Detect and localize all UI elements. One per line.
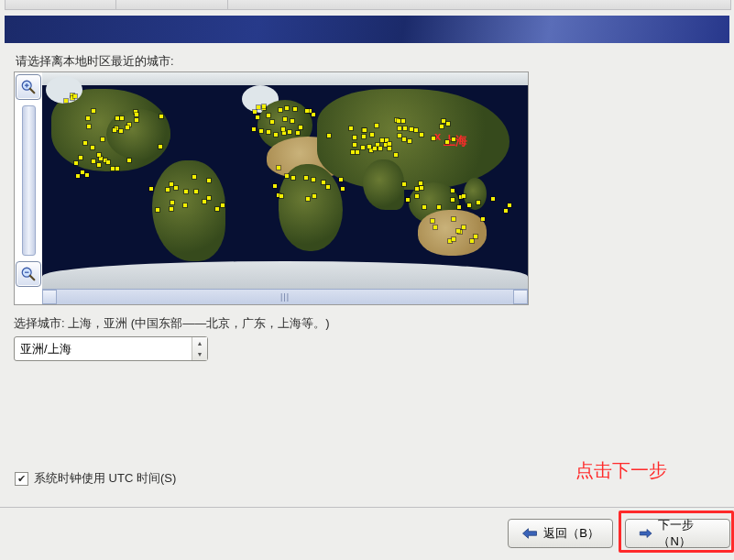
city-dot[interactable]: [119, 129, 123, 133]
city-dot[interactable]: [279, 194, 283, 198]
city-dot[interactable]: [491, 197, 495, 201]
city-dot[interactable]: [99, 157, 103, 160]
city-dot[interactable]: [81, 170, 84, 174]
next-button[interactable]: 下一步（N）: [625, 519, 730, 548]
city-dot[interactable]: [367, 145, 371, 148]
city-dot[interactable]: [288, 130, 291, 134]
city-dot[interactable]: [322, 181, 325, 184]
city-dot[interactable]: [362, 135, 366, 138]
city-dot[interactable]: [92, 159, 95, 163]
city-dot[interactable]: [403, 126, 407, 130]
utc-checkbox[interactable]: ✔: [15, 472, 28, 486]
city-dot[interactable]: [87, 125, 91, 128]
city-dot[interactable]: [431, 219, 434, 223]
city-dot[interactable]: [432, 137, 435, 140]
city-dot[interactable]: [83, 141, 87, 145]
city-dot[interactable]: [285, 174, 289, 178]
city-dot[interactable]: [422, 205, 426, 209]
city-dot[interactable]: [274, 133, 278, 137]
city-dot[interactable]: [85, 173, 89, 177]
city-dot[interactable]: [462, 194, 466, 198]
city-dot[interactable]: [312, 194, 316, 198]
city-dot[interactable]: [306, 197, 310, 201]
timezone-select-spinner[interactable]: ▲ ▼: [192, 337, 207, 360]
city-dot[interactable]: [273, 184, 277, 188]
back-button[interactable]: 返回（B）: [508, 519, 613, 548]
city-dot[interactable]: [97, 153, 101, 157]
city-dot[interactable]: [401, 119, 405, 123]
city-dot[interactable]: [446, 122, 450, 126]
city-dot[interactable]: [281, 127, 285, 131]
city-dot[interactable]: [126, 126, 129, 129]
city-dot[interactable]: [312, 178, 315, 181]
city-dot[interactable]: [253, 110, 257, 114]
zoom-in-button[interactable]: [16, 74, 41, 100]
city-dot[interactable]: [120, 116, 124, 120]
city-dot[interactable]: [440, 125, 444, 128]
city-dot[interactable]: [111, 167, 115, 170]
city-dot[interactable]: [462, 225, 466, 229]
city-dot[interactable]: [135, 113, 138, 116]
city-dot[interactable]: [452, 237, 455, 241]
city-dot[interactable]: [452, 217, 455, 221]
city-dot[interactable]: [442, 119, 445, 123]
city-dot[interactable]: [414, 128, 418, 132]
city-dot[interactable]: [437, 205, 441, 209]
city-dot[interactable]: [262, 104, 266, 108]
city-dot[interactable]: [474, 235, 477, 238]
city-dot[interactable]: [361, 146, 365, 149]
city-dot[interactable]: [285, 106, 289, 110]
city-dot[interactable]: [470, 239, 474, 243]
city-dot[interactable]: [74, 161, 78, 165]
city-dot[interactable]: [170, 182, 173, 186]
city-dot[interactable]: [388, 147, 391, 150]
city-dot[interactable]: [375, 124, 378, 127]
city-dot[interactable]: [339, 178, 343, 181]
city-dot[interactable]: [283, 117, 287, 121]
city-dot[interactable]: [156, 208, 159, 212]
timezone-select[interactable]: 亚洲/上海 ▲ ▼: [14, 336, 208, 361]
map-horizontal-scrollbar[interactable]: |||: [42, 289, 528, 304]
city-dot[interactable]: [149, 187, 153, 191]
city-dot[interactable]: [256, 115, 259, 119]
city-dot[interactable]: [467, 203, 471, 207]
city-dot[interactable]: [194, 190, 198, 193]
city-dot[interactable]: [363, 128, 367, 132]
city-dot[interactable]: [174, 186, 178, 190]
city-dot[interactable]: [207, 196, 211, 200]
city-dot[interactable]: [76, 174, 80, 178]
city-dot[interactable]: [394, 153, 398, 157]
city-dot[interactable]: [159, 145, 162, 148]
city-dot[interactable]: [86, 116, 90, 120]
city-dot[interactable]: [296, 131, 300, 135]
city-dot[interactable]: [373, 147, 377, 150]
city-dot[interactable]: [388, 142, 391, 146]
city-dot[interactable]: [452, 137, 455, 141]
city-dot[interactable]: [481, 217, 485, 221]
city-dot[interactable]: [397, 119, 400, 123]
city-dot[interactable]: [92, 109, 95, 113]
city-dot[interactable]: [277, 166, 280, 170]
city-dot[interactable]: [415, 194, 419, 198]
city-dot[interactable]: [79, 156, 82, 159]
city-dot[interactable]: [257, 105, 260, 109]
city-dot[interactable]: [270, 120, 274, 124]
city-dot[interactable]: [73, 94, 77, 98]
city-dot[interactable]: [101, 137, 104, 141]
city-dot[interactable]: [353, 136, 356, 139]
city-dot[interactable]: [97, 163, 101, 167]
city-dot[interactable]: [380, 138, 384, 142]
city-dot[interactable]: [356, 150, 359, 154]
city-dot[interactable]: [113, 128, 116, 132]
city-dot[interactable]: [504, 209, 508, 213]
city-dot[interactable]: [282, 131, 286, 135]
city-dot[interactable]: [166, 188, 170, 192]
city-dot[interactable]: [477, 201, 480, 204]
city-dot[interactable]: [305, 109, 309, 113]
city-dot[interactable]: [451, 198, 455, 202]
city-dot[interactable]: [353, 143, 356, 147]
city-dot[interactable]: [349, 126, 353, 130]
city-dot[interactable]: [207, 179, 211, 182]
city-dot[interactable]: [135, 118, 138, 122]
city-dot[interactable]: [267, 130, 270, 134]
